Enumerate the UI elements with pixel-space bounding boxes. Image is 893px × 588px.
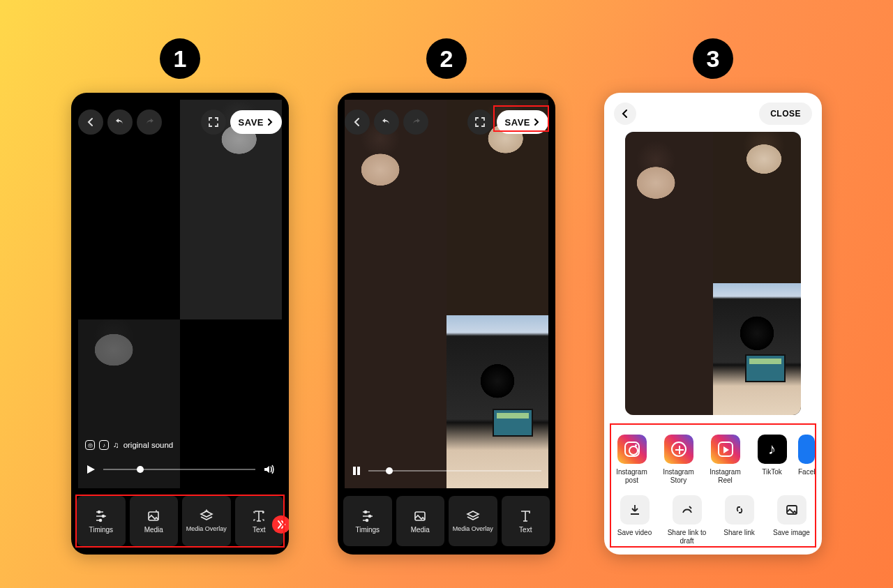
action-share-link-draft[interactable]: Share link to draft xyxy=(663,495,710,545)
share-targets-row: Instagram post Instagram Story Instagram… xyxy=(611,435,815,484)
sound-label-row: ◎ ♪ ♫ original sound xyxy=(85,440,173,450)
facebook-icon xyxy=(798,435,815,464)
media-icon xyxy=(147,509,160,523)
pause-icon[interactable] xyxy=(352,466,361,476)
svg-rect-5 xyxy=(357,467,360,475)
tiktok-icon: ♪ xyxy=(758,435,787,464)
action-share-link[interactable]: Share link xyxy=(716,495,763,545)
redo-button[interactable] xyxy=(137,110,162,135)
back-button[interactable] xyxy=(78,110,103,135)
back-button[interactable] xyxy=(614,103,636,125)
link-icon xyxy=(725,495,754,525)
progress-bar[interactable] xyxy=(368,470,541,472)
svg-point-6 xyxy=(364,511,366,513)
svg-point-8 xyxy=(366,519,368,521)
media-overlay-icon xyxy=(200,509,213,523)
share-facebook-story[interactable]: Faceb... S... xyxy=(798,435,815,484)
tool-media-overlay[interactable]: Media Overlay xyxy=(449,496,497,546)
redo-button[interactable] xyxy=(403,110,428,135)
back-button[interactable] xyxy=(345,110,370,135)
timings-icon xyxy=(94,509,108,523)
tool-timings[interactable]: Timings xyxy=(77,496,126,546)
tool-timings[interactable]: Timings xyxy=(343,496,392,546)
share-tiktok[interactable]: ♪ TikTok xyxy=(751,435,793,484)
play-icon[interactable] xyxy=(85,464,96,475)
close-button[interactable]: CLOSE xyxy=(759,103,812,125)
step-badge-2: 2 xyxy=(426,38,467,79)
sound-name: original sound xyxy=(123,441,174,449)
svg-rect-4 xyxy=(353,467,356,475)
svg-point-0 xyxy=(98,511,100,513)
tiktok-icon: ♪ xyxy=(99,440,109,450)
step-badge-1: 1 xyxy=(160,38,200,79)
save-button[interactable]: SAVE xyxy=(497,110,548,134)
save-button[interactable]: SAVE xyxy=(230,110,282,134)
svg-point-1 xyxy=(102,515,104,517)
fullscreen-button[interactable] xyxy=(467,110,493,135)
tool-row: Timings Media Media Overlay xyxy=(77,496,283,546)
tool-media[interactable]: Media xyxy=(396,496,445,546)
svg-point-7 xyxy=(368,515,370,517)
share-instagram-story[interactable]: Instagram Story xyxy=(658,435,699,484)
screen-2: SAVE Timings Media Media Overlay xyxy=(338,93,555,555)
draft-link-icon xyxy=(673,495,702,525)
step-badge-3: 3 xyxy=(693,38,733,79)
tool-row: Timings Media Media Overlay Text xyxy=(343,496,550,546)
share-actions-row: Save video Share link to draft Share lin… xyxy=(611,495,815,545)
share-instagram-post[interactable]: Instagram post xyxy=(611,435,652,484)
export-preview xyxy=(625,132,801,415)
screen-1: ◎ ♪ ♫ original sound xyxy=(71,93,289,555)
svg-point-2 xyxy=(99,519,101,521)
undo-button[interactable] xyxy=(107,110,133,135)
image-icon xyxy=(777,495,806,525)
text-icon xyxy=(252,509,266,523)
progress-bar[interactable] xyxy=(103,469,255,470)
tool-media[interactable]: Media xyxy=(130,496,179,546)
editor-canvas xyxy=(345,100,548,488)
tool-text[interactable]: Text xyxy=(502,496,550,546)
undo-button[interactable] xyxy=(374,110,399,135)
share-instagram-reel[interactable]: Instagram Reel xyxy=(705,435,746,484)
music-note-icon: ♫ xyxy=(113,441,119,449)
instagram-story-icon xyxy=(664,435,693,464)
instagram-icon xyxy=(617,435,647,464)
tool-media-overlay[interactable]: Media Overlay xyxy=(182,496,231,546)
fullscreen-button[interactable] xyxy=(201,110,226,135)
download-icon xyxy=(620,495,650,525)
action-save-video[interactable]: Save video xyxy=(611,495,658,545)
editor-canvas: ◎ ♪ ♫ original sound xyxy=(78,100,282,488)
more-tools-button[interactable] xyxy=(272,515,289,534)
volume-icon[interactable] xyxy=(262,463,275,476)
instagram-reel-icon xyxy=(711,435,740,464)
instagram-icon: ◎ xyxy=(85,440,95,450)
screen-3: CLOSE Instagram post xyxy=(604,93,822,555)
action-save-image[interactable]: Save image xyxy=(768,495,815,545)
